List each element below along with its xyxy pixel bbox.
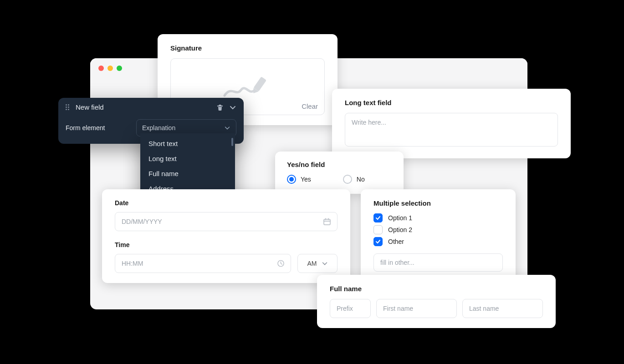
radio-icon (343, 175, 352, 184)
popover-title: New field (76, 103, 216, 111)
dropdown-option[interactable]: Long text (140, 151, 235, 166)
chevron-down-icon (224, 125, 230, 131)
signature-title: Signature (170, 44, 325, 52)
checkbox-label: Other (388, 238, 404, 245)
drag-handle-icon[interactable] (66, 104, 71, 110)
full-name-card: Full name (317, 275, 556, 328)
ampm-value: AM (307, 260, 317, 267)
yes-no-card: Yes/no field Yes No (275, 152, 404, 194)
radio-no-label: No (357, 176, 365, 183)
checkbox-other[interactable] (373, 237, 383, 246)
calendar-icon[interactable] (323, 217, 331, 226)
checkbox-label: Option 2 (388, 226, 412, 233)
prefix-input[interactable] (330, 299, 371, 318)
radio-yes-label: Yes (301, 176, 311, 183)
date-time-card: Date Time AM (102, 189, 350, 283)
radio-no[interactable]: No (343, 175, 365, 184)
long-text-card: Long text field (332, 89, 571, 158)
full-name-title: Full name (330, 285, 543, 293)
first-name-input[interactable] (376, 299, 457, 318)
checkbox-option-1[interactable] (373, 213, 383, 222)
chevron-down-icon[interactable] (229, 104, 236, 111)
form-element-label: Form element (66, 124, 136, 131)
yes-no-title: Yes/no field (287, 161, 392, 168)
last-name-input[interactable] (462, 299, 543, 318)
multiple-selection-card: Multiple selection Option 1 Option 2 Oth… (361, 189, 516, 282)
radio-yes[interactable]: Yes (287, 175, 311, 184)
window-minimize-dot[interactable] (107, 66, 113, 71)
signature-pen-icon (223, 75, 273, 99)
long-text-input[interactable] (345, 113, 558, 147)
window-close-dot[interactable] (98, 66, 104, 71)
radio-icon (287, 175, 296, 184)
clock-icon[interactable] (277, 260, 285, 268)
chevron-down-icon (322, 260, 328, 267)
ampm-select[interactable]: AM (297, 254, 338, 273)
date-label: Date (115, 199, 338, 207)
multiple-selection-title: Multiple selection (373, 199, 503, 207)
delete-icon[interactable] (216, 104, 224, 111)
time-input[interactable] (115, 254, 291, 273)
window-maximize-dot[interactable] (117, 66, 122, 71)
time-label: Time (115, 241, 338, 248)
long-text-title: Long text field (345, 99, 558, 106)
dropdown-option[interactable]: Full name (140, 166, 235, 181)
dropdown-scrollbar[interactable] (231, 138, 233, 146)
svg-rect-2 (324, 219, 330, 225)
dropdown-option[interactable]: Short text (140, 136, 235, 151)
other-input[interactable] (373, 253, 503, 272)
checkbox-label: Option 1 (388, 214, 412, 222)
checkbox-option-2[interactable] (373, 225, 383, 234)
signature-clear-button[interactable]: Clear (302, 102, 318, 110)
form-element-selected: Explanation (142, 124, 175, 131)
date-input[interactable] (115, 212, 338, 231)
